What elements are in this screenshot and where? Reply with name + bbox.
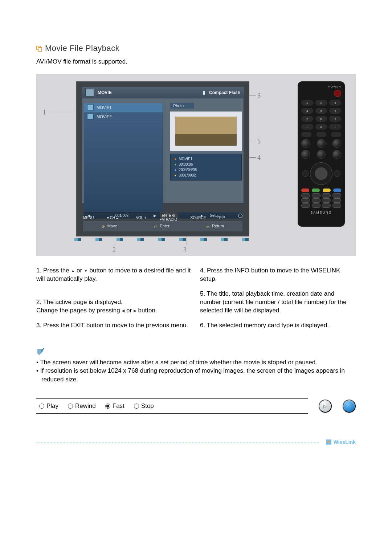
playback-options: Play Rewind Fast Stop bbox=[36, 398, 308, 414]
remote-dpad bbox=[301, 161, 341, 186]
step-4: 4. Press the INFO button to move to the … bbox=[200, 267, 356, 283]
remote-extra-buttons bbox=[301, 189, 341, 208]
tv-btn-enter-fm: ENTER/ FM RADIO bbox=[159, 214, 177, 222]
note-icon-row bbox=[36, 348, 356, 357]
remote-num: 3 bbox=[329, 100, 341, 106]
wiselink-logo: WiseLink bbox=[326, 439, 356, 445]
remote-yellow-button-icon bbox=[323, 189, 331, 192]
remote-grey-button-icon bbox=[332, 198, 341, 203]
playback-option-play[interactable]: Play bbox=[39, 402, 58, 410]
callout-1: 1 bbox=[43, 109, 46, 116]
play-triangle-icon: ▷ bbox=[323, 404, 327, 409]
radio-label: Fast bbox=[113, 402, 124, 410]
remote-num: 6 bbox=[329, 108, 341, 114]
playback-option-fast[interactable]: Fast bbox=[105, 402, 124, 410]
file-list: MOVIE1 MOVIE2 bbox=[84, 103, 163, 212]
remote-num: 5 bbox=[315, 108, 327, 114]
file-row: MOVIE2 bbox=[84, 112, 163, 121]
remote-num: 1 bbox=[301, 100, 313, 106]
step-1: 1. Press the ▲ or ▼ button to move to a … bbox=[36, 267, 192, 283]
remote-ring-button-icon bbox=[317, 150, 326, 159]
dotted-divider bbox=[36, 442, 319, 442]
remote-pill-button-icon bbox=[316, 132, 326, 137]
remote-ring-button-icon bbox=[301, 150, 310, 159]
tv-btn-menu: MENU bbox=[83, 214, 94, 222]
radio-icon bbox=[134, 404, 139, 409]
tick-icon bbox=[158, 238, 165, 241]
remote-number-pad: 1 2 3 4 5 6 7 8 9 - 0 + bbox=[301, 100, 341, 130]
remote-pill-button-icon bbox=[331, 132, 341, 137]
tick-icon bbox=[179, 238, 186, 241]
callout-line bbox=[48, 112, 75, 112]
radio-icon bbox=[39, 404, 44, 409]
remote-ring-button-icon bbox=[317, 139, 326, 148]
right-arrow-icon: ▶ bbox=[134, 308, 136, 313]
callout-3: 3 bbox=[183, 246, 187, 254]
note-item: The screen saver will become active afte… bbox=[36, 358, 356, 367]
remote-grey-button-icon bbox=[332, 193, 341, 198]
tick-icon bbox=[95, 238, 102, 241]
remote-num: + bbox=[329, 124, 341, 130]
movie-file-icon bbox=[87, 105, 94, 110]
prev-round-button[interactable]: ▷ bbox=[319, 400, 332, 413]
step-5: 5. The title, total playback time, creat… bbox=[200, 290, 356, 315]
remote-dpad-wheel-icon bbox=[310, 162, 332, 185]
section-title-text: Movie File Playback bbox=[45, 44, 119, 53]
remote-grey-button-icon bbox=[312, 193, 320, 198]
remote-pill-button-icon bbox=[301, 132, 311, 137]
remote-num: 4 bbox=[301, 108, 313, 114]
remote-control: POWER 1 2 3 4 5 6 7 8 9 - 0 + bbox=[298, 81, 345, 227]
remote-grey-button-icon bbox=[301, 193, 310, 198]
meta-title: MOVIE1 bbox=[179, 156, 192, 162]
remote-red-button-icon bbox=[301, 189, 309, 192]
playback-option-rewind[interactable]: Rewind bbox=[68, 402, 96, 410]
radio-label: Rewind bbox=[75, 402, 96, 410]
remote-num: - bbox=[301, 124, 313, 130]
file-row: MOVIE1 bbox=[84, 103, 163, 112]
card-icon: ▮ bbox=[203, 90, 205, 95]
remote-blue-button-icon bbox=[333, 189, 341, 192]
radio-icon bbox=[105, 404, 110, 409]
remote-brand: SAMSUNG bbox=[301, 211, 341, 214]
step-text: 4. Press the INFO button to move to the … bbox=[200, 267, 340, 282]
remote-side-button-icon bbox=[302, 170, 309, 177]
remote-grey-button-icon bbox=[301, 203, 310, 208]
remote-power-button-icon bbox=[334, 90, 341, 97]
next-round-button[interactable] bbox=[343, 400, 356, 413]
meta-index: 0001/0002 bbox=[179, 173, 196, 178]
tick-icon bbox=[221, 238, 228, 241]
tick-icon bbox=[117, 238, 123, 241]
enter-hint-icon bbox=[154, 224, 158, 229]
callout-5: 5 bbox=[257, 138, 261, 145]
return-hint-icon bbox=[206, 224, 211, 229]
tv-btn-source: SOURCE bbox=[191, 214, 206, 222]
step-text: 6. The selected memory card type is disp… bbox=[200, 322, 329, 329]
file-name: MOVIE2 bbox=[97, 114, 112, 119]
wiselink-screenshot-diagram: 1 2 3 4 5 6 MOVIE ▮ Compact Flash bbox=[36, 74, 356, 256]
file-name: MOVIE1 bbox=[97, 105, 112, 110]
step-text: 5. The title, total playback time, creat… bbox=[200, 290, 346, 314]
osd-help-bar: Move Enter Return bbox=[83, 221, 242, 232]
help-enter: Enter bbox=[160, 224, 169, 228]
remote-ring-button-icon bbox=[301, 139, 310, 148]
playback-controls-row: Play Rewind Fast Stop ▷ bbox=[36, 398, 356, 414]
mode-thumb-icon bbox=[85, 89, 94, 96]
notes-list: The screen saver will become active afte… bbox=[36, 358, 356, 384]
meta-duration: 00:00:06 bbox=[179, 162, 193, 167]
section-title-movie: Movie File Playback bbox=[36, 44, 356, 53]
mode-label: MOVIE bbox=[98, 90, 112, 95]
tv-frame: MOVIE ▮ Compact Flash MOVIE1 MOVIE2 bbox=[76, 81, 249, 236]
preview-pane: Photo ●MOVIE1 ●00:00:06 ●2004/04/05 ●000… bbox=[170, 103, 242, 212]
playback-option-stop[interactable]: Stop bbox=[134, 402, 154, 410]
file-meta-box: ●MOVIE1 ●00:00:06 ●2004/04/05 ●0001/0002 bbox=[170, 154, 242, 181]
remote-num: 0 bbox=[315, 124, 327, 130]
remote-num: 2 bbox=[315, 100, 327, 106]
tick-icon bbox=[242, 238, 249, 241]
up-arrow-icon: ▲ bbox=[71, 268, 75, 274]
step-text: 3. Press the EXIT button to move to the … bbox=[36, 322, 188, 329]
callout-4: 4 bbox=[257, 154, 261, 162]
remote-side-button-icon bbox=[334, 170, 340, 177]
instruction-grid: 1. Press the ▲ or ▼ button to move to a … bbox=[36, 267, 356, 330]
osd-top-bar: MOVIE ▮ Compact Flash bbox=[82, 87, 244, 98]
move-hint-icon bbox=[102, 224, 106, 229]
